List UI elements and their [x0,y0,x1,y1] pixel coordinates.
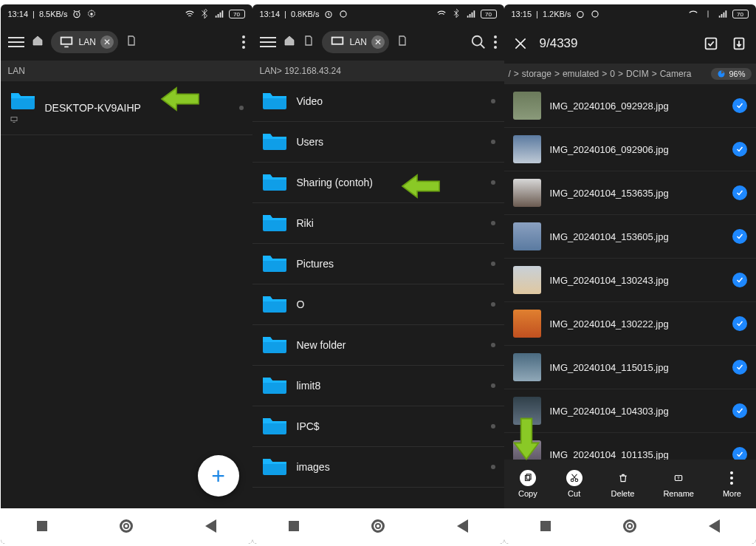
sd-icon[interactable] [303,35,315,50]
close-tab-button[interactable]: ✕ [371,35,385,49]
list-item-label: IMG_20240104_115015.jpg [550,362,669,373]
search-icon[interactable] [470,34,487,50]
crumb-segment[interactable]: storage [522,69,551,79]
row-menu-icon[interactable] [491,383,495,388]
recent-apps-button[interactable] [37,521,47,531]
checkmark-icon[interactable] [732,360,747,375]
select-all-icon[interactable] [703,35,719,52]
copy-button[interactable]: Copy [518,470,537,498]
home-button[interactable] [120,519,133,533]
breadcrumb[interactable]: />storage>emulated>0>DCIM>Camera96% [504,64,756,84]
desktop-icon [10,114,36,127]
list-item[interactable]: DESKTOP-KV9AIHP [1,81,252,135]
delete-button[interactable]: Delete [611,470,635,498]
breadcrumb[interactable]: LAN [1,61,252,81]
file-list[interactable]: Video Users Sharing (contoh) Riki Pictur… [252,81,504,508]
tab-lan[interactable]: LAN ✕ [51,31,118,53]
crumb-segment[interactable]: Camera [660,69,692,79]
list-item[interactable]: Sharing (contoh) [252,163,504,203]
checkmark-icon[interactable] [732,229,747,244]
sd-icon[interactable] [126,35,137,50]
checkmark-icon[interactable] [732,273,747,287]
row-menu-icon[interactable] [239,106,244,110]
recent-apps-button[interactable] [540,521,551,531]
crumb-segment[interactable]: DCIM [626,69,649,79]
checkmark-icon[interactable] [732,403,747,418]
list-item[interactable]: IMG_20240104_153605.jpg [504,215,756,259]
list-item[interactable]: IPC$ [252,406,504,447]
row-menu-icon[interactable] [491,221,495,225]
checkmark-icon[interactable] [732,98,747,113]
list-item[interactable]: IMG_20240106_092906.jpg [504,128,756,171]
folder-icon [261,332,288,358]
signal-icon [718,9,728,19]
crumb-segment[interactable]: 0 [610,69,615,79]
list-item[interactable]: Video [252,81,504,122]
row-menu-icon[interactable] [491,424,495,429]
list-item-label: Video [297,95,323,107]
list-item[interactable]: IMG_20240106_092928.jpg [504,84,756,128]
list-item[interactable]: images [252,447,504,488]
overflow-menu-icon[interactable] [494,35,497,49]
list-item[interactable]: O [252,284,504,325]
row-menu-icon[interactable] [491,343,495,347]
checkmark-icon[interactable] [732,316,747,331]
crumb-segment[interactable]: / [509,69,511,79]
menu-icon[interactable] [8,37,24,47]
status-net: 8.5KB/s [39,10,68,18]
crumb-segment[interactable]: > [514,69,519,79]
folder-icon [261,129,288,154]
crumb-segment[interactable]: > [652,69,657,79]
more-button[interactable]: More [723,470,741,498]
row-menu-icon[interactable] [491,99,495,103]
storage-chip[interactable]: 96% [711,68,751,80]
list-item[interactable]: New folder [252,325,504,366]
checkmark-icon[interactable] [732,142,747,157]
bb-label: Copy [518,489,537,498]
list-item[interactable]: IMG_20240104_153635.jpg [504,171,756,215]
row-menu-icon[interactable] [491,465,495,469]
row-menu-icon[interactable] [491,140,495,144]
overflow-menu-icon[interactable] [242,35,245,49]
list-item[interactable]: Riki [252,203,504,244]
list-item[interactable]: Users [252,122,504,163]
tab-label: LAN [350,37,367,47]
list-item[interactable]: Pictures [252,244,504,284]
close-tab-button[interactable]: ✕ [100,35,114,49]
list-item-label: IMG_20240106_092928.jpg [550,100,669,112]
sort-icon[interactable] [731,35,747,52]
back-button[interactable] [709,519,720,533]
list-item[interactable]: IMG_20240104_130222.jpg [504,302,756,346]
recent-apps-button[interactable] [289,521,299,531]
list-item[interactable]: IMG_20240104_130243.jpg [504,259,756,302]
tab-lan[interactable]: LAN ✕ [322,31,389,53]
crumb-segment[interactable]: > [602,69,607,79]
list-item[interactable]: limit8 [252,366,504,406]
sd-icon-2[interactable] [396,35,408,50]
crumb-segment[interactable]: emulated [563,69,599,79]
gear-icon [86,9,97,19]
close-icon[interactable] [513,36,528,51]
crumb-segment[interactable]: > [554,69,560,79]
row-menu-icon[interactable] [491,262,495,266]
back-button[interactable] [457,519,468,533]
list-item[interactable]: IMG_20240104_115015.jpg [504,346,756,389]
breadcrumb[interactable]: LAN> 192.168.43.24 [252,61,504,81]
file-list[interactable]: DESKTOP-KV9AIHP [1,81,252,508]
checkmark-icon[interactable] [732,185,747,200]
home-button[interactable] [623,519,636,533]
crumb-segment[interactable]: > [618,69,623,79]
screen-2: 13:14 | 0.8KB/s 70 LAN ✕ [252,4,504,544]
row-menu-icon[interactable] [491,302,495,307]
home-button[interactable] [371,519,385,533]
back-button[interactable] [205,519,216,533]
row-menu-icon[interactable] [491,180,495,185]
list-item-label: Pictures [297,258,334,270]
home-icon[interactable] [32,35,44,50]
fab-add-button[interactable]: + [198,455,239,496]
cut-button[interactable]: Cut [566,470,583,498]
signal-icon [214,9,224,19]
menu-icon[interactable] [260,37,276,47]
home-icon[interactable] [284,35,295,50]
rename-button[interactable]: T Rename [663,470,694,498]
